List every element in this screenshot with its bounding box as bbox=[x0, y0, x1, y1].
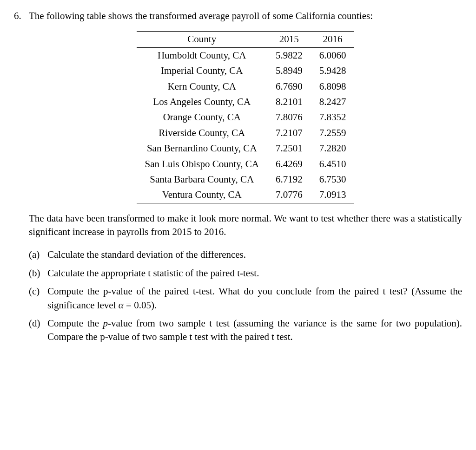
table-row: Santa Barbara County, CA6.71926.7530 bbox=[137, 172, 355, 187]
cell-county: Humboldt County, CA bbox=[137, 47, 267, 63]
part-c-label: (c) bbox=[29, 285, 44, 312]
cell-2016: 8.2427 bbox=[311, 94, 355, 110]
cell-2015: 6.7192 bbox=[267, 172, 311, 187]
header-county: County bbox=[137, 32, 267, 47]
problem-number: 6. bbox=[14, 9, 24, 349]
header-2015: 2015 bbox=[267, 32, 311, 47]
table-row: Orange County, CA7.80767.8352 bbox=[137, 110, 355, 125]
cell-county: Riverside County, CA bbox=[137, 125, 267, 141]
part-c: (c) Compute the p-value of the paired t-… bbox=[29, 285, 462, 312]
part-a-text: Calculate the standard deviation of the … bbox=[47, 248, 462, 261]
cell-county: Imperial County, CA bbox=[137, 63, 267, 78]
cell-2016: 7.2820 bbox=[311, 141, 355, 156]
cell-2016: 6.0060 bbox=[311, 47, 355, 63]
cell-2015: 7.0776 bbox=[267, 187, 311, 203]
cell-county: Kern County, CA bbox=[137, 79, 267, 94]
cell-2015: 7.2107 bbox=[267, 125, 311, 141]
cell-2015: 5.9822 bbox=[267, 47, 311, 63]
cell-county: Ventura County, CA bbox=[137, 187, 267, 203]
alpha-symbol: α bbox=[119, 300, 124, 311]
part-b: (b) Calculate the appropriate t statisti… bbox=[29, 267, 462, 280]
payroll-table: County 2015 2016 Humboldt County, CA5.98… bbox=[137, 31, 355, 203]
cell-2016: 6.7530 bbox=[311, 172, 355, 187]
sub-parts: (a) Calculate the standard deviation of … bbox=[29, 248, 462, 344]
table-row: Imperial County, CA5.89495.9428 bbox=[137, 63, 355, 78]
cell-county: Orange County, CA bbox=[137, 110, 267, 125]
table-row: Los Angeles County, CA8.21018.2427 bbox=[137, 94, 355, 110]
cell-2016: 7.2559 bbox=[311, 125, 355, 141]
cell-2016: 6.4510 bbox=[311, 157, 355, 172]
cell-2015: 7.2501 bbox=[267, 141, 311, 156]
cell-2016: 5.9428 bbox=[311, 63, 355, 78]
cell-county: San Luis Obispo County, CA bbox=[137, 157, 267, 172]
cell-2015: 8.2101 bbox=[267, 94, 311, 110]
table-row: San Bernardino County, CA7.25017.2820 bbox=[137, 141, 355, 156]
table-row: Ventura County, CA7.07767.0913 bbox=[137, 187, 355, 203]
table-row: Riverside County, CA7.21077.2559 bbox=[137, 125, 355, 141]
cell-2016: 6.8098 bbox=[311, 79, 355, 94]
table-row: San Luis Obispo County, CA6.42696.4510 bbox=[137, 157, 355, 172]
cell-2015: 6.7690 bbox=[267, 79, 311, 94]
part-b-text: Calculate the appropriate t statistic of… bbox=[47, 267, 462, 280]
p-symbol: p bbox=[103, 318, 108, 329]
header-2016: 2016 bbox=[311, 32, 355, 47]
middle-text: The data have been transformed to make i… bbox=[29, 212, 462, 239]
problem-body: The following table shows the transforme… bbox=[29, 9, 462, 349]
cell-2015: 7.8076 bbox=[267, 110, 311, 125]
cell-2015: 5.8949 bbox=[267, 63, 311, 78]
part-c-before: Compute the p-value of the paired t-test… bbox=[47, 286, 462, 310]
cell-county: Los Angeles County, CA bbox=[137, 94, 267, 110]
part-b-label: (b) bbox=[29, 267, 44, 280]
part-d-label: (d) bbox=[29, 317, 44, 344]
part-a: (a) Calculate the standard deviation of … bbox=[29, 248, 462, 261]
cell-2016: 7.8352 bbox=[311, 110, 355, 125]
table-row: Humboldt County, CA5.98226.0060 bbox=[137, 47, 355, 63]
part-c-text: Compute the p-value of the paired t-test… bbox=[47, 285, 462, 312]
cell-2015: 6.4269 bbox=[267, 157, 311, 172]
intro-text: The following table shows the transforme… bbox=[29, 9, 462, 23]
table-row: Kern County, CA6.76906.8098 bbox=[137, 79, 355, 94]
part-d-before: Compute the bbox=[47, 318, 103, 329]
part-d-after: -value from two sample t test (assuming … bbox=[47, 318, 462, 342]
part-c-after: = 0.05). bbox=[124, 300, 157, 311]
cell-2016: 7.0913 bbox=[311, 187, 355, 203]
part-d: (d) Compute the p-value from two sample … bbox=[29, 317, 462, 344]
problem-6: 6. The following table shows the transfo… bbox=[14, 9, 462, 349]
part-a-label: (a) bbox=[29, 248, 44, 261]
table-header-row: County 2015 2016 bbox=[137, 32, 355, 47]
cell-county: Santa Barbara County, CA bbox=[137, 172, 267, 187]
cell-county: San Bernardino County, CA bbox=[137, 141, 267, 156]
table-body: Humboldt County, CA5.98226.0060Imperial … bbox=[137, 47, 355, 203]
part-d-text: Compute the p-value from two sample t te… bbox=[47, 317, 462, 344]
